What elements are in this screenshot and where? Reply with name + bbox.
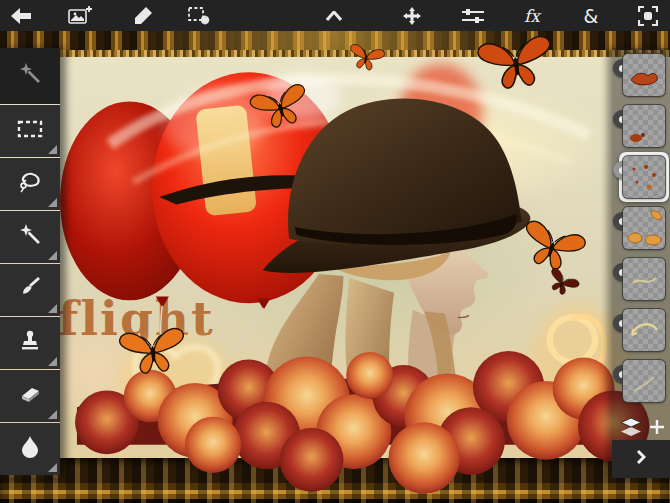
adjustments-icon [462, 8, 484, 24]
layer-item-6[interactable] [612, 305, 670, 356]
add-image-button[interactable] [66, 2, 94, 30]
lasso-icon [17, 171, 43, 197]
document-canvas[interactable]: flight [0, 31, 670, 503]
stamp-icon [18, 329, 42, 357]
plus-icon [649, 419, 665, 438]
eraser-icon [18, 383, 42, 409]
chevron-right-icon [636, 449, 646, 469]
layer-options-button[interactable] [618, 415, 644, 441]
effects-button[interactable]: fx [518, 2, 546, 30]
frame-top-border [0, 31, 670, 51]
expand-panel-button[interactable] [612, 440, 670, 478]
artwork-background [0, 57, 670, 458]
layer-thumbnail [623, 156, 665, 198]
back-button[interactable] [8, 2, 36, 30]
tool-magic-wand[interactable] [0, 211, 60, 263]
layer-item-1[interactable] [612, 50, 670, 101]
tool-wand-inactive[interactable] [0, 48, 60, 104]
frame-bottom-border [0, 458, 670, 503]
tool-sidebar [0, 48, 60, 478]
tool-clone-stamp[interactable] [0, 317, 60, 369]
layer-thumbnail [623, 258, 665, 300]
paint-button[interactable] [129, 2, 157, 30]
tool-lasso[interactable] [0, 158, 60, 210]
layer-item-7[interactable] [612, 356, 670, 407]
add-layer-button[interactable] [644, 415, 670, 441]
layer-thumbnail [623, 207, 665, 249]
pencil-icon [133, 6, 153, 26]
selection-options-button[interactable] [186, 2, 214, 30]
ampersand-icon: & [584, 5, 599, 27]
layer-controls [612, 415, 670, 443]
fullscreen-button[interactable] [634, 2, 662, 30]
layer-thumbnail [623, 309, 665, 351]
flight-artwork-text: flight [58, 291, 215, 346]
selection-gear-icon [188, 6, 212, 26]
adjustments-button[interactable] [459, 2, 487, 30]
back-arrow-icon [11, 8, 33, 24]
tool-marquee[interactable] [0, 105, 60, 157]
tool-eraser[interactable] [0, 370, 60, 422]
tool-smudge[interactable] [0, 423, 60, 475]
layers-icon [620, 417, 642, 440]
tool-brush[interactable] [0, 264, 60, 316]
chevron-up-icon [326, 11, 342, 21]
move-icon [403, 7, 421, 25]
brush-icon [18, 276, 42, 304]
layer-thumbnail [623, 360, 665, 402]
layer-item-5[interactable] [612, 254, 670, 305]
top-toolbar: fx & [0, 0, 670, 31]
droplet-icon [20, 435, 40, 463]
extras-button[interactable]: & [577, 2, 605, 30]
layer-item-4[interactable] [612, 203, 670, 254]
transform-button[interactable] [398, 2, 426, 30]
layer-thumbnail [623, 105, 665, 147]
layer-thumbnail [623, 54, 665, 96]
magic-wand-icon [18, 223, 42, 251]
layer-item-2[interactable] [612, 101, 670, 152]
collapse-toolbar-button[interactable] [320, 2, 348, 30]
marquee-icon [17, 119, 43, 143]
add-image-icon [68, 6, 92, 26]
layer-item-3-selected[interactable] [612, 152, 670, 203]
fullscreen-icon [638, 6, 658, 26]
magic-wand-icon [18, 62, 42, 90]
fx-icon: fx [524, 6, 540, 26]
photoshop-touch-window: flight [0, 0, 670, 503]
layers-panel [612, 48, 670, 478]
